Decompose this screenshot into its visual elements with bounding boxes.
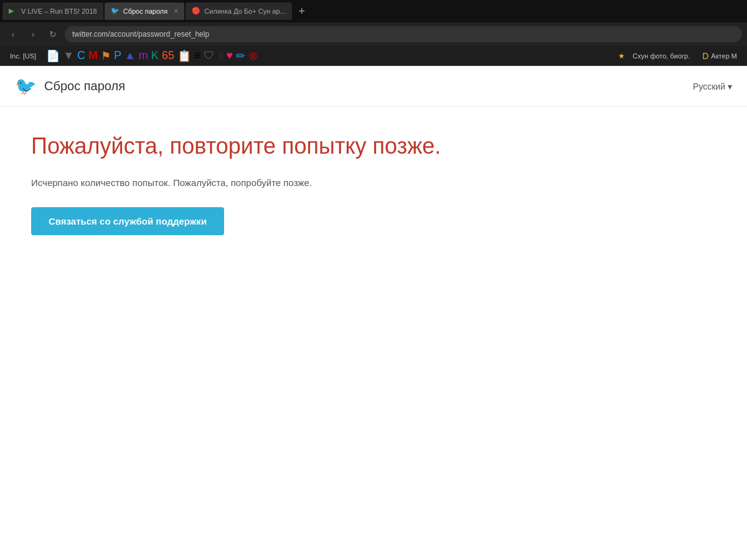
toolbar-icon-m: M: [88, 49, 98, 62]
bookmark-actor[interactable]: D Актер М: [697, 50, 742, 62]
page-content: 🐦 Сброс пароля Русский ▾ Пожалуйста, пов…: [0, 66, 747, 560]
language-arrow-icon: ▾: [728, 82, 732, 91]
bookmark-star-icon: ★: [618, 52, 625, 60]
contact-support-button[interactable]: Связаться со службой поддержки: [31, 207, 224, 235]
refresh-icon: ↻: [49, 29, 57, 39]
page-title: Сброс пароля: [44, 79, 125, 93]
address-input[interactable]: [65, 26, 742, 42]
tab-twitter[interactable]: 🐦 Сброс пароля ×: [105, 2, 185, 20]
new-tab-icon: +: [298, 5, 305, 18]
language-label: Русский: [693, 82, 725, 91]
tab-label-twitter: Сброс пароля: [123, 7, 167, 15]
tab-close-icon[interactable]: ×: [174, 7, 178, 16]
toolbar-icon-heart: ♥: [226, 49, 233, 62]
twitter-logo-area: 🐦 Сброс пароля: [15, 76, 125, 96]
toolbar-icon-m2: m: [139, 49, 148, 62]
tab-label-vive: V LIVE – Run BTS! 2018: [21, 7, 97, 15]
tab-vive[interactable]: ▶ V LIVE – Run BTS! 2018: [2, 2, 103, 20]
bookmark-inc[interactable]: Inc. [US]: [5, 51, 41, 61]
toolbar-icon-circle-x: ⊗: [248, 49, 258, 63]
toolbar-icon-file: 📄: [46, 49, 60, 63]
tab-favicon-vive: ▶: [9, 7, 17, 16]
bookmarks-bar: Inc. [US] 📄 ▼ C M ⚑ Ρ ▲ m K 65 📋 ≡ 🛡 ıl …: [0, 46, 747, 66]
new-tab-button[interactable]: +: [293, 2, 311, 20]
main-content: Пожалуйста, повторите попытку позже. Исч…: [0, 107, 498, 260]
bookmark-label-skun: Схун фото, биогр.: [632, 52, 690, 60]
address-bar-row: ‹ › ↻: [0, 22, 747, 46]
bookmark-actor-icon: D: [702, 51, 708, 61]
back-icon: ‹: [12, 29, 15, 39]
tab-favicon-twitter: 🐦: [111, 7, 120, 16]
bookmark-label-actor: Актер М: [711, 52, 737, 60]
toolbar-icon-orange: ⚑: [101, 49, 111, 63]
twitter-bird-icon: 🐦: [15, 76, 37, 96]
language-selector[interactable]: Русский ▾: [693, 82, 732, 91]
toolbar-icon-65: 65: [162, 49, 174, 62]
toolbar-icon-funnel: ▼: [63, 49, 74, 62]
error-subtext: Исчерпано количество попыток. Пожалуйста…: [31, 176, 467, 190]
toolbar-icon-pen: ✏: [236, 49, 245, 63]
tab-favicon-silinka: 🔴: [192, 7, 200, 16]
bookmark-skun[interactable]: Схун фото, биогр.: [627, 51, 695, 61]
toolbar-icon-doc: 📋: [177, 49, 191, 63]
toolbar-icon-c: C: [77, 49, 85, 62]
bookmark-label-inc: Inc. [US]: [10, 52, 36, 60]
tab-label-silinka: Силинка До Бо+ Сун ар...: [204, 7, 286, 15]
forward-button[interactable]: ›: [25, 26, 41, 42]
browser-chrome: ▶ V LIVE – Run BTS! 2018 🐦 Сброс пароля …: [0, 0, 747, 66]
toolbar-icon-k: K: [151, 49, 159, 62]
forward-icon: ›: [32, 29, 35, 39]
refresh-button[interactable]: ↻: [45, 26, 61, 42]
toolbar-icon-triangle: ▲: [125, 49, 136, 62]
toolbar-icon-shield: 🛡: [204, 49, 215, 62]
error-heading: Пожалуйста, повторите попытку позже.: [31, 132, 467, 161]
tab-silinka[interactable]: 🔴 Силинка До Бо+ Сун ар...: [186, 2, 292, 20]
toolbar-icon-blue-p: Ρ: [114, 49, 121, 62]
twitter-header: 🐦 Сброс пароля Русский ▾: [0, 66, 747, 107]
toolbar-icon-bars: ıl: [218, 50, 223, 62]
back-button[interactable]: ‹: [5, 26, 21, 42]
toolbar-icon-eq: ≡: [194, 49, 201, 62]
tab-bar: ▶ V LIVE – Run BTS! 2018 🐦 Сброс пароля …: [0, 0, 747, 22]
